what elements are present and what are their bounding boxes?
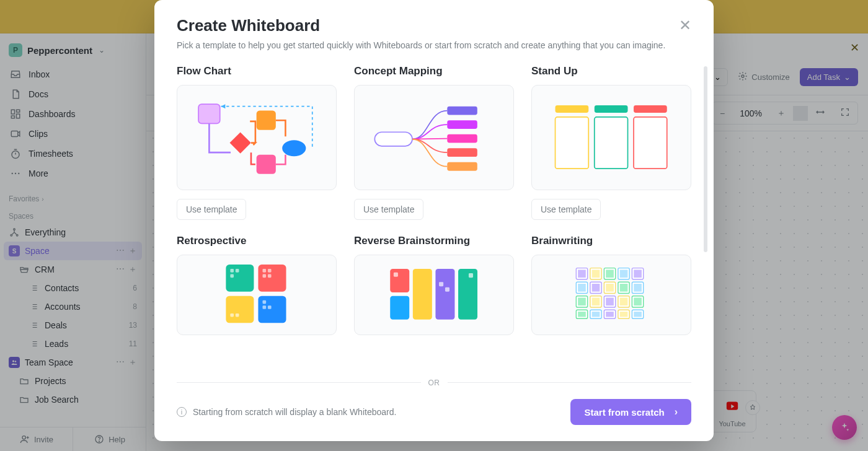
or-label: OR [421, 379, 448, 387]
svg-rect-79 [620, 284, 628, 292]
modal-close-button[interactable]: ✕ [675, 16, 695, 35]
scrollbar[interactable] [704, 66, 707, 252]
svg-rect-85 [592, 297, 600, 305]
svg-rect-73 [578, 284, 586, 292]
svg-rect-65 [592, 269, 600, 278]
template-preview[interactable] [354, 85, 514, 190]
svg-rect-50 [263, 300, 267, 304]
svg-rect-58 [439, 282, 443, 286]
template-brainwriting: Brainwriting [531, 235, 691, 335]
svg-rect-87 [606, 297, 614, 305]
svg-rect-81 [634, 284, 642, 292]
svg-rect-20 [257, 111, 276, 130]
svg-rect-89 [620, 297, 628, 305]
svg-rect-95 [592, 312, 600, 317]
modal-subtitle: Pick a template to help you get started … [177, 40, 691, 50]
svg-rect-97 [606, 312, 614, 317]
svg-rect-24 [257, 155, 276, 174]
svg-rect-69 [620, 269, 628, 278]
svg-rect-77 [606, 284, 614, 292]
svg-rect-63 [578, 269, 586, 278]
info-icon: i [177, 407, 187, 417]
template-title: Retrospective [177, 235, 337, 247]
template-preview[interactable] [354, 255, 514, 335]
svg-rect-75 [592, 284, 600, 292]
footer-info-text: Starting from scratch will display a bla… [193, 407, 564, 417]
divider: OR [177, 377, 691, 388]
svg-rect-32 [595, 105, 628, 113]
template-title: Flow Chart [177, 65, 337, 77]
modal-overlay[interactable]: ✕ Create Whiteboard Pick a template to h… [0, 0, 868, 451]
svg-rect-61 [469, 273, 473, 278]
template-preview[interactable] [177, 85, 337, 190]
svg-rect-91 [634, 297, 642, 305]
svg-rect-25 [448, 107, 478, 115]
svg-rect-44 [263, 274, 267, 278]
template-flow-chart: Flow Chart [177, 65, 337, 220]
svg-rect-31 [556, 105, 589, 113]
svg-rect-67 [606, 269, 614, 278]
svg-rect-42 [263, 269, 267, 273]
use-template-button[interactable]: Use template [531, 199, 601, 220]
svg-rect-60 [458, 269, 477, 320]
svg-rect-57 [436, 269, 455, 320]
svg-point-23 [283, 140, 306, 156]
svg-rect-36 [634, 117, 667, 169]
svg-rect-43 [268, 269, 272, 273]
use-template-button[interactable]: Use template [354, 199, 423, 220]
svg-rect-47 [231, 313, 234, 317]
chevron-right-icon: › [675, 406, 678, 418]
svg-rect-53 [391, 269, 410, 292]
svg-rect-35 [595, 117, 628, 169]
start-from-scratch-button[interactable]: Start from scratch › [570, 399, 691, 425]
svg-rect-99 [620, 312, 628, 317]
template-preview[interactable] [531, 85, 691, 190]
svg-rect-40 [226, 265, 254, 292]
svg-rect-54 [394, 272, 398, 276]
template-preview[interactable] [531, 255, 691, 335]
template-concept-mapping: Concept Mapping [354, 65, 514, 220]
svg-rect-45 [268, 274, 272, 278]
svg-rect-34 [556, 117, 589, 169]
svg-rect-59 [445, 287, 450, 291]
svg-rect-49 [259, 296, 286, 323]
svg-rect-41 [259, 265, 286, 292]
template-preview[interactable] [177, 255, 337, 335]
modal-title: Create Whiteboard [177, 16, 691, 35]
svg-rect-22 [230, 133, 251, 154]
svg-rect-51 [263, 305, 267, 309]
svg-rect-33 [634, 105, 667, 113]
svg-rect-26 [448, 120, 478, 129]
svg-marker-21 [221, 104, 226, 108]
template-reverse-brainstorming: Reverse Brainstorming [354, 235, 514, 335]
svg-rect-46 [226, 296, 254, 323]
svg-rect-71 [634, 269, 642, 278]
template-title: Stand Up [531, 65, 691, 77]
template-title: Concept Mapping [354, 65, 514, 77]
svg-rect-52 [268, 305, 272, 309]
svg-rect-29 [448, 162, 478, 171]
svg-rect-83 [578, 297, 586, 305]
template-stand-up: Stand Up Use template [531, 65, 691, 220]
template-title: Reverse Brainstorming [354, 235, 514, 247]
template-title: Brainwriting [531, 235, 691, 247]
svg-rect-19 [198, 104, 220, 123]
svg-rect-28 [448, 148, 478, 157]
svg-rect-93 [578, 312, 586, 317]
use-template-button[interactable]: Use template [177, 199, 246, 220]
svg-rect-56 [413, 269, 432, 320]
start-cta-label: Start from scratch [584, 407, 664, 418]
svg-rect-27 [448, 134, 478, 143]
create-whiteboard-modal: ✕ Create Whiteboard Pick a template to h… [154, 0, 714, 441]
svg-rect-55 [391, 296, 410, 319]
template-retrospective: Retrospective [177, 235, 337, 335]
svg-rect-48 [236, 313, 239, 317]
svg-rect-101 [634, 312, 642, 317]
svg-rect-30 [375, 132, 413, 146]
